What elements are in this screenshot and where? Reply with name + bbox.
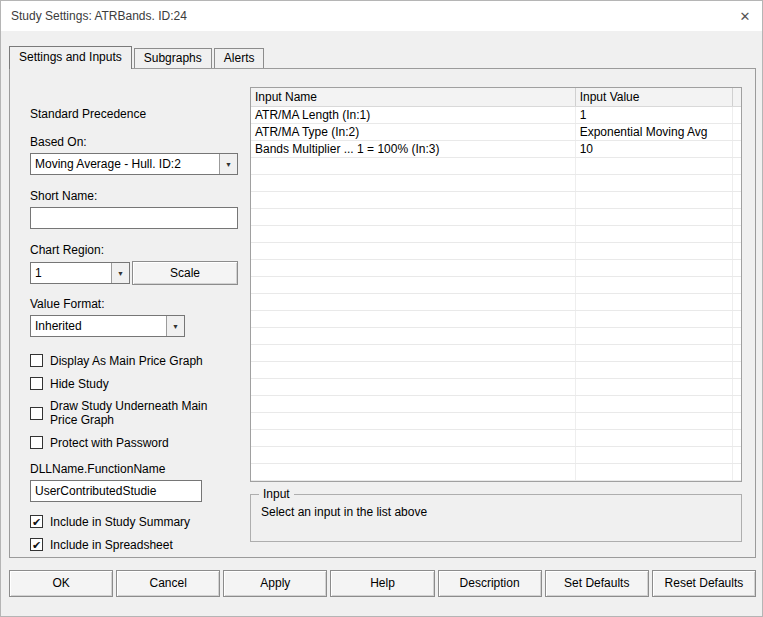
table-empty-row[interactable] <box>251 311 741 328</box>
checkbox-display-as-main-price-graph[interactable]: Display As Main Price Graph <box>30 353 245 368</box>
reset-defaults-button[interactable]: Reset Defaults <box>652 570 756 597</box>
table-empty-row[interactable] <box>251 209 741 226</box>
checkbox-label: Draw Study Underneath Main Price Graph <box>50 399 220 427</box>
footer-button-bar: OK Cancel Apply Help Description Set Def… <box>9 570 756 597</box>
inputs-table-body: ATR/MA Length (In:1) 1 ATR/MA Type (In:2… <box>251 107 741 481</box>
cell-input-value: Exponential Moving Avg <box>576 124 733 140</box>
value-format-label: Value Format: <box>30 297 245 311</box>
cancel-button[interactable]: Cancel <box>116 570 220 597</box>
tab-settings-and-inputs[interactable]: Settings and Inputs <box>9 46 132 69</box>
checkbox-label: Protect with Password <box>50 436 169 450</box>
table-empty-row[interactable] <box>251 192 741 209</box>
cell-input-name: Bands Multiplier ... 1 = 100% (In:3) <box>251 141 576 157</box>
help-button[interactable]: Help <box>330 570 434 597</box>
short-name-label: Short Name: <box>30 189 245 203</box>
chevron-down-icon[interactable]: ▼ <box>219 154 237 174</box>
table-empty-row[interactable] <box>251 345 741 362</box>
column-header-input-value[interactable]: Input Value <box>576 88 733 106</box>
tab-alerts[interactable]: Alerts <box>214 48 265 68</box>
table-empty-row[interactable] <box>251 158 741 175</box>
checkbox-label: Display As Main Price Graph <box>50 354 203 368</box>
description-button[interactable]: Description <box>438 570 542 597</box>
table-empty-row[interactable] <box>251 447 741 464</box>
checkbox-box[interactable] <box>30 354 43 367</box>
short-name-input[interactable] <box>30 207 238 229</box>
checkbox-label: Include in Spreadsheet <box>50 538 173 552</box>
checkbox-box[interactable] <box>30 377 43 390</box>
dll-function-name-input[interactable] <box>30 480 202 502</box>
chart-region-value: 1 <box>31 263 111 283</box>
inputs-table-header: Input Name Input Value <box>251 88 741 107</box>
ok-button[interactable]: OK <box>9 570 113 597</box>
cell-input-name: ATR/MA Length (In:1) <box>251 107 576 123</box>
table-empty-row[interactable] <box>251 328 741 345</box>
chart-region-label: Chart Region: <box>30 243 245 257</box>
chevron-down-icon[interactable]: ▼ <box>111 263 129 283</box>
standard-precedence-label: Standard Precedence <box>30 107 245 121</box>
input-group-title: Input <box>259 487 294 501</box>
chevron-down-icon[interactable]: ▼ <box>166 316 184 336</box>
checkbox-include-in-spreadsheet[interactable]: ✔ Include in Spreadsheet <box>30 537 245 552</box>
table-empty-row[interactable] <box>251 413 741 430</box>
tab-bar: Settings and Inputs Subgraphs Alerts <box>9 46 266 68</box>
checkbox-box[interactable] <box>30 436 43 449</box>
close-icon[interactable]: ✕ <box>728 1 762 31</box>
table-row-atr-ma-type[interactable]: ATR/MA Type (In:2) Exponential Moving Av… <box>251 124 741 141</box>
tab-subgraphs[interactable]: Subgraphs <box>134 48 212 68</box>
table-empty-row[interactable] <box>251 175 741 192</box>
checkbox-box[interactable]: ✔ <box>30 515 43 528</box>
apply-button[interactable]: Apply <box>223 570 327 597</box>
table-empty-row[interactable] <box>251 362 741 379</box>
table-empty-row[interactable] <box>251 396 741 413</box>
table-empty-row[interactable] <box>251 430 741 447</box>
checkbox-include-in-study-summary[interactable]: ✔ Include in Study Summary <box>30 514 245 529</box>
table-row-atr-ma-length[interactable]: ATR/MA Length (In:1) 1 <box>251 107 741 124</box>
table-empty-row[interactable] <box>251 379 741 396</box>
table-empty-row[interactable] <box>251 243 741 260</box>
inputs-table-empty-rows <box>251 158 741 481</box>
table-empty-row[interactable] <box>251 277 741 294</box>
study-settings-dialog: Study Settings: ATRBands. ID:24 ✕ Settin… <box>0 0 763 617</box>
checkbox-box[interactable] <box>30 407 43 420</box>
window-title: Study Settings: ATRBands. ID:24 <box>11 9 187 23</box>
checkbox-label: Hide Study <box>50 377 109 391</box>
input-group-box: Input Select an input in the list above <box>250 494 742 542</box>
based-on-label: Based On: <box>30 135 245 149</box>
checkbox-hide-study[interactable]: Hide Study <box>30 376 245 391</box>
scale-button[interactable]: Scale <box>132 261 238 285</box>
settings-pane: Standard Precedence Based On: Moving Ave… <box>9 68 756 558</box>
inputs-table: Input Name Input Value ATR/MA Length (In… <box>250 87 742 482</box>
based-on-value: Moving Average - Hull. ID:2 <box>31 154 219 174</box>
based-on-dropdown[interactable]: Moving Average - Hull. ID:2 ▼ <box>30 153 238 175</box>
checkbox-protect-with-password[interactable]: Protect with Password <box>30 435 245 450</box>
table-empty-row[interactable] <box>251 260 741 277</box>
input-group-message: Select an input in the list above <box>251 495 741 519</box>
value-format-dropdown[interactable]: Inherited ▼ <box>30 315 185 337</box>
checkbox-label: Include in Study Summary <box>50 515 190 529</box>
table-row-bands-multiplier[interactable]: Bands Multiplier ... 1 = 100% (In:3) 10 <box>251 141 741 158</box>
chart-region-dropdown[interactable]: 1 ▼ <box>30 262 130 284</box>
checkbox-draw-study-underneath[interactable]: Draw Study Underneath Main Price Graph <box>30 399 245 427</box>
column-header-input-name[interactable]: Input Name <box>251 88 576 106</box>
column-header-filler <box>733 88 741 106</box>
cell-input-name: ATR/MA Type (In:2) <box>251 124 576 140</box>
titlebar: Study Settings: ATRBands. ID:24 ✕ <box>1 1 762 31</box>
table-empty-row[interactable] <box>251 226 741 243</box>
value-format-value: Inherited <box>31 316 166 336</box>
cell-input-value: 1 <box>576 107 733 123</box>
cell-input-value: 10 <box>576 141 733 157</box>
table-empty-row[interactable] <box>251 294 741 311</box>
checkbox-box[interactable]: ✔ <box>30 538 43 551</box>
left-panel: Standard Precedence Based On: Moving Ave… <box>30 107 245 552</box>
table-empty-row[interactable] <box>251 464 741 481</box>
set-defaults-button[interactable]: Set Defaults <box>545 570 649 597</box>
dll-function-name-label: DLLName.FunctionName <box>30 462 245 476</box>
